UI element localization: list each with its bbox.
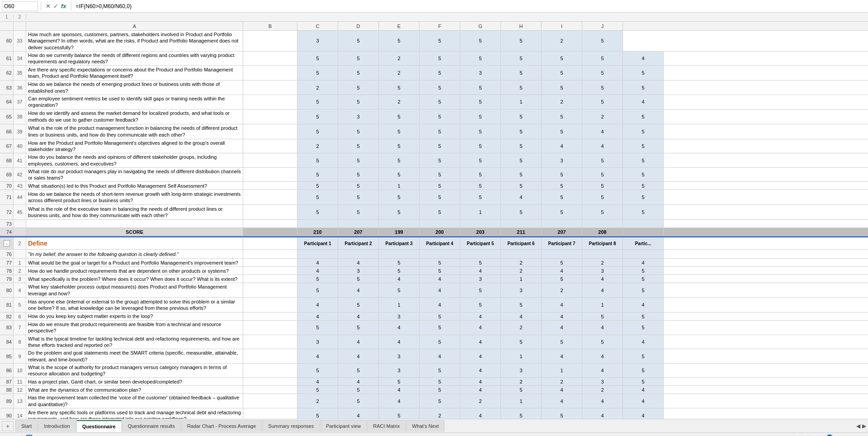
tab-start[interactable]: Start [15, 420, 38, 432]
table-row: 65 38 How do we identify and assess the … [0, 109, 868, 124]
tab-radar-chart[interactable]: Radar Chart - Process Average [181, 420, 262, 432]
confirm-icon[interactable]: ✓ [53, 3, 58, 9]
table-row: 86 10 What is the scope of authority for… [0, 364, 868, 378]
sub-number: 34 [14, 52, 26, 66]
sub-number [14, 228, 26, 236]
row-number: 69 [0, 168, 14, 182]
sub-number [14, 220, 26, 227]
sub-number: 6 [14, 313, 26, 320]
table-row: 81 5 Has anyone else (internal or extern… [0, 298, 868, 313]
col-header-G[interactable]: G [460, 22, 501, 30]
question-text: What would be the goal or target for a P… [26, 259, 243, 266]
participant-header: Participant 7 [542, 237, 582, 249]
row-number: 66 [0, 124, 14, 139]
col-header-D[interactable]: D [338, 22, 379, 30]
tab-whats-next[interactable]: What's Next [406, 420, 445, 432]
question-text: What is the role of the product manageme… [26, 124, 243, 139]
sub-number: 35 [14, 66, 26, 80]
tab-participant-view[interactable]: Participant view [320, 420, 367, 432]
tab-questionnaire-results[interactable]: Questionnaire results [122, 420, 181, 432]
sub-number: 2 [14, 237, 26, 249]
sub-number: 2 [14, 267, 26, 275]
quote-text: "In my belief, the answer to the followi… [26, 250, 243, 258]
sheet-tabs-bar: + Start Introduction Questionnaire Quest… [0, 419, 868, 432]
question-text: Are there any specific tools or platform… [26, 408, 243, 419]
row-number: 71 [0, 190, 14, 204]
scroll-tabs-left[interactable]: ◀ [856, 423, 860, 429]
data-value: 5 [379, 31, 420, 51]
col-header-H[interactable]: H [501, 22, 542, 30]
tab-questionnaire[interactable]: Questionnaire [76, 420, 122, 432]
question-text: How do we currently balance the needs of… [26, 52, 243, 66]
col-header-E[interactable]: E [379, 22, 420, 30]
sub-number: 41 [14, 153, 26, 167]
row-number: 68 [0, 153, 14, 167]
tab-summary-responses[interactable]: Summary responses [262, 420, 320, 432]
table-row: 67 40 How are the Product and Portfolio … [0, 139, 868, 154]
score-label: SCORE [26, 228, 243, 236]
row-number: 89 [0, 394, 14, 408]
add-sheet-button[interactable]: + [2, 421, 14, 431]
sub-number: 3 [14, 275, 26, 283]
status-bar: Ready ♿ Accessibility: Investigate Displ… [0, 432, 868, 436]
cell-reference[interactable]: O60 [2, 1, 38, 11]
freeze-col-1: 1 [0, 14, 14, 19]
row-number: 87 [0, 378, 14, 385]
row-number: 82 [0, 313, 14, 320]
sub-number: 40 [14, 139, 26, 153]
tab-raci-matrix[interactable]: RACI Matrix [367, 420, 406, 432]
row-number: 63 [0, 81, 14, 95]
question-text: How do we balance the needs of emerging … [26, 81, 243, 95]
question-text: How do you balance the needs and opinion… [26, 153, 243, 167]
formula-divider2 [71, 2, 71, 11]
scroll-tabs-right[interactable]: ▶ [862, 423, 866, 429]
cancel-icon[interactable]: ✕ [46, 3, 51, 9]
table-row: 90 14 Are there any specific tools or pl… [0, 408, 868, 419]
col-header-I[interactable]: I [542, 22, 582, 30]
tab-introduction[interactable]: Introduction [38, 420, 75, 432]
grid-body: 60 33 How much are sponsors, customers, … [0, 31, 868, 419]
question-text: What role do our product managers play i… [26, 168, 243, 182]
row-number: 88 [0, 386, 14, 393]
col-header-rownums [0, 22, 14, 30]
status-right: Display Settings ⊟ ⊞ ⊠ 85% [752, 434, 864, 436]
data-value: 5 [582, 31, 623, 51]
insert-function-icon[interactable]: fx [61, 3, 66, 9]
zoom-slider[interactable] [815, 434, 851, 436]
question-text: What situation(s) led to this Product an… [26, 182, 243, 190]
question-text: How do we handle product requirements th… [26, 267, 243, 275]
table-row: 82 6 How do you keep key subject matter … [0, 313, 868, 321]
spreadsheet-grid: A B C D E F G H I J 60 33 How much are s… [0, 22, 868, 419]
table-row: 72 45 What is the role of the executive … [0, 205, 868, 220]
col-header-J[interactable]: J [582, 22, 623, 30]
formula-input[interactable] [74, 1, 866, 11]
question-text: How do we ensure that product requiremen… [26, 321, 243, 335]
row-number: 65 [0, 109, 14, 124]
formula-bar: O60 ✕ ✓ fx [0, 0, 868, 13]
participant-header: Participant 5 [460, 237, 501, 249]
question-text: Has a project plan, Gantt chart, or simi… [26, 378, 243, 385]
data-value: 5 [338, 31, 379, 51]
table-row: 77 1 What would be the goal or target fo… [0, 259, 868, 267]
col-header-F[interactable]: F [420, 22, 460, 30]
col-header-B[interactable]: B [243, 22, 297, 30]
participant-header: Participant 1 [297, 237, 338, 249]
sub-number: 9 [14, 349, 26, 363]
formula-divider [41, 2, 41, 11]
row-number: 61 [0, 52, 14, 66]
sub-number: 42 [14, 168, 26, 182]
sub-number [14, 250, 26, 258]
question-text: What is the role of the executive team i… [26, 205, 243, 219]
quote-row: 76 "In my belief, the answer to the foll… [0, 250, 868, 259]
question-text: What is the scope of authority for produ… [26, 364, 243, 378]
sub-number: 44 [14, 190, 26, 204]
collapse-icon[interactable]: - [4, 240, 10, 246]
sub-number: 43 [14, 182, 26, 190]
table-row: 78 2 How do we handle product requiremen… [0, 267, 868, 275]
table-row: 66 39 What is the role of the product ma… [0, 124, 868, 139]
col-header-A[interactable]: A [26, 22, 243, 30]
status-divider [22, 435, 22, 436]
row-number: 64 [0, 95, 14, 109]
define-section-header-row: - 2 Define Participant 1 Participant 2 P… [0, 236, 868, 250]
col-header-C[interactable]: C [297, 22, 338, 30]
